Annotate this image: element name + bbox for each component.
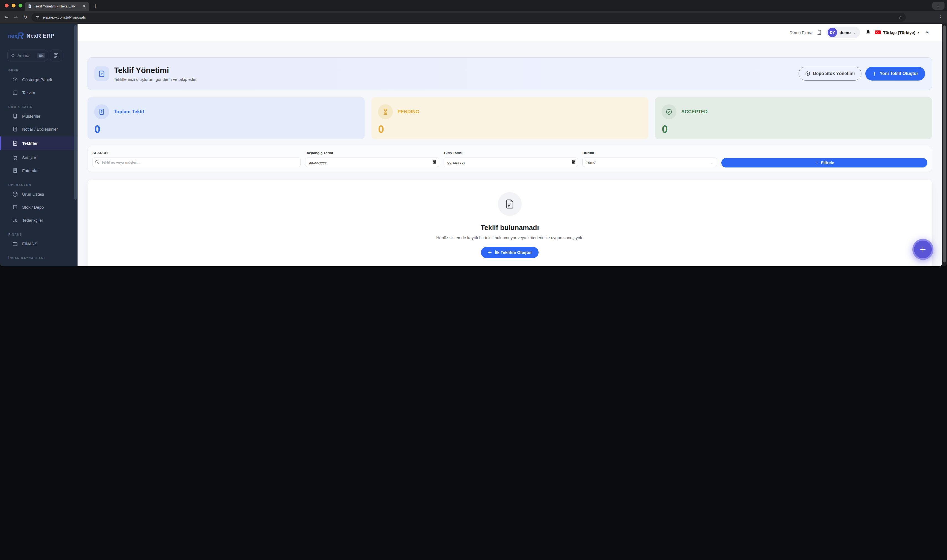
sidebar-section-genel: GENEL (8, 69, 77, 72)
filter-bar: SEARCH Başlangıç Tarihi (88, 146, 473, 172)
sidebar-search-row: Arama ⌘K (8, 49, 77, 62)
end-date-input[interactable] (443, 157, 473, 167)
stat-value: 0 (378, 123, 384, 135)
sidebar-item-label: Tedarikçiler (22, 218, 43, 223)
sidebar: nex R NexR ERP Arama ⌘K GENEL (0, 24, 77, 266)
close-window-button[interactable] (5, 4, 9, 8)
sidebar-item-label: Faturalar (22, 168, 39, 173)
app-logo[interactable]: nex R NexR ERP (8, 31, 77, 41)
notes-icon (12, 126, 18, 132)
sidebar-item-musteriler[interactable]: Müşteriler (0, 111, 77, 122)
truck-icon (12, 217, 18, 223)
browser-toolbar: ← → ↻ erp.nexy.com.tr/Proposals ☆ ⋮ (0, 11, 473, 24)
sidebar-item-stok-depo[interactable]: Stok / Depo (0, 202, 77, 212)
sidebar-section-crm-satis: CRM & SATIŞ (8, 105, 77, 109)
results-panel: Teklif bulunamadı Henüz sistemde kayıtlı… (88, 180, 473, 266)
site-settings-icon[interactable] (35, 15, 40, 19)
tab-title: Teklif Yönetimi - Nexa ERP (34, 5, 80, 8)
sidebar-item-urun-listesi[interactable]: Ürün Listesi (0, 189, 77, 200)
logo-r: R (17, 32, 24, 39)
sidebar-section-finans: FİNANS (8, 233, 77, 236)
tab-favicon-document-icon (28, 4, 32, 8)
calendar-icon (12, 90, 18, 95)
main-area: Demo Firma DY demo ⌄ Türkçe (Türkiye) (77, 24, 473, 266)
page-content: Teklif Yönetimi Tekliflerinizi oluşturun… (77, 41, 473, 266)
sidebar-item-label: Gösterge Paneli (22, 77, 52, 82)
qr-scan-button[interactable] (50, 49, 62, 62)
sidebar-item-label: Ürün Listesi (22, 192, 44, 197)
reload-button[interactable]: ↻ (22, 14, 28, 20)
sidebar-item-label: Notlar / Etkileşimler (22, 127, 58, 131)
search-input[interactable] (92, 157, 301, 167)
search-placeholder: Arama (17, 54, 35, 58)
archive-box-icon (12, 204, 18, 210)
start-date-label: Başlangıç Tarihi (305, 151, 439, 155)
sidebar-item-teklifler[interactable]: Teklifler (0, 137, 77, 150)
gauge-icon (12, 77, 18, 83)
package-icon (12, 191, 18, 197)
browser-window: Teklif Yönetimi - Nexa ERP × + ⌄ ← → ↻ e… (0, 0, 473, 280)
wallet-icon (12, 241, 18, 247)
start-date-field: Başlangıç Tarihi (305, 150, 439, 168)
sidebar-item-label: Takvim (22, 90, 35, 95)
stat-card-pending: PENDING 0 (371, 97, 473, 139)
top-header: Demo Firma DY demo ⌄ Türkçe (Türkiye) (77, 24, 473, 41)
receipt-icon (12, 168, 18, 174)
stat-cards: Toplam Teklif 0 PENDING 0 (88, 97, 473, 139)
back-button[interactable]: ← (3, 14, 9, 20)
page-title: Teklif Yönetimi (114, 66, 197, 75)
url-text[interactable]: erp.nexy.com.tr/Proposals (43, 15, 473, 19)
sidebar-section-insan-kaynaklari: İNSAN KAYNAKLARI (8, 256, 77, 260)
sidebar-item-takvim[interactable]: Takvim (0, 87, 77, 98)
address-bar[interactable]: erp.nexy.com.tr/Proposals ☆ (32, 13, 473, 22)
sidebar-item-faturalar[interactable]: Faturalar (0, 165, 77, 176)
minimize-window-button[interactable] (12, 4, 15, 8)
proposal-document-icon (94, 66, 109, 81)
stat-label: Toplam Teklif (114, 109, 144, 115)
search-field: SEARCH (92, 150, 301, 168)
end-date-field: Bitiş Tarihi (443, 150, 473, 168)
start-date-input[interactable] (305, 157, 439, 167)
browser-tab[interactable]: Teklif Yönetimi - Nexa ERP × (25, 2, 89, 11)
sidebar-item-finans[interactable]: FİNANS (0, 238, 77, 249)
sidebar-scrollbar[interactable] (74, 25, 77, 200)
stat-value: 0 (94, 123, 100, 135)
document-icon (94, 105, 109, 119)
traffic-lights (5, 4, 22, 8)
shortcut-badge: ⌘K (37, 53, 45, 58)
calendar-icon[interactable] (433, 160, 437, 164)
sidebar-item-label: Teklifler (22, 141, 38, 146)
sidebar-item-gosterge-paneli[interactable]: Gösterge Paneli (0, 74, 77, 85)
logo-text: NexR ERP (26, 33, 55, 39)
sidebar-item-label: FİNANS (22, 242, 37, 246)
sidebar-item-label: Satışlar (22, 155, 36, 160)
search-icon (95, 160, 99, 164)
tab-close-icon[interactable]: × (82, 4, 86, 8)
forward-button[interactable]: → (13, 14, 19, 20)
sidebar-item-satislar[interactable]: Satışlar (0, 152, 77, 163)
id-card-icon (12, 113, 18, 119)
zoom-window-button[interactable] (18, 4, 22, 8)
page-hero: Teklif Yönetimi Tekliflerinizi oluşturun… (88, 57, 473, 90)
stat-card-total: Toplam Teklif 0 (88, 97, 365, 139)
logo-mark: nex R (8, 32, 24, 39)
tab-strip: Teklif Yönetimi - Nexa ERP × + ⌄ (0, 0, 473, 11)
page-subtitle: Tekliflerinizi oluşturun, gönderin ve ta… (114, 77, 197, 82)
logo-prefix: nex (8, 33, 17, 39)
search-label: SEARCH (92, 151, 301, 155)
new-tab-button[interactable]: + (93, 3, 97, 9)
search-icon (11, 54, 15, 58)
cart-icon (12, 155, 18, 160)
stat-label: PENDING (397, 109, 419, 115)
app-frame: nex R NexR ERP Arama ⌘K GENEL (0, 24, 473, 266)
sidebar-search-input[interactable]: Arama ⌘K (8, 49, 47, 62)
sidebar-item-label: Müşteriler (22, 114, 40, 118)
sidebar-item-notlar-etkilesimler[interactable]: Notlar / Etkileşimler (0, 123, 77, 135)
sidebar-item-tedarikciler[interactable]: Tedarikçiler (0, 215, 77, 226)
sidebar-item-label: Stok / Depo (22, 205, 44, 209)
end-date-label: Bitiş Tarihi (444, 151, 473, 155)
sidebar-section-operasyon: OPERASYON (8, 183, 77, 186)
hero-text: Teklif Yönetimi Tekliflerinizi oluşturun… (114, 66, 197, 82)
empty-state-subtitle: Henüz sistemde kayıtlı bir teklif bulunm… (436, 235, 473, 240)
document-icon (12, 140, 18, 146)
